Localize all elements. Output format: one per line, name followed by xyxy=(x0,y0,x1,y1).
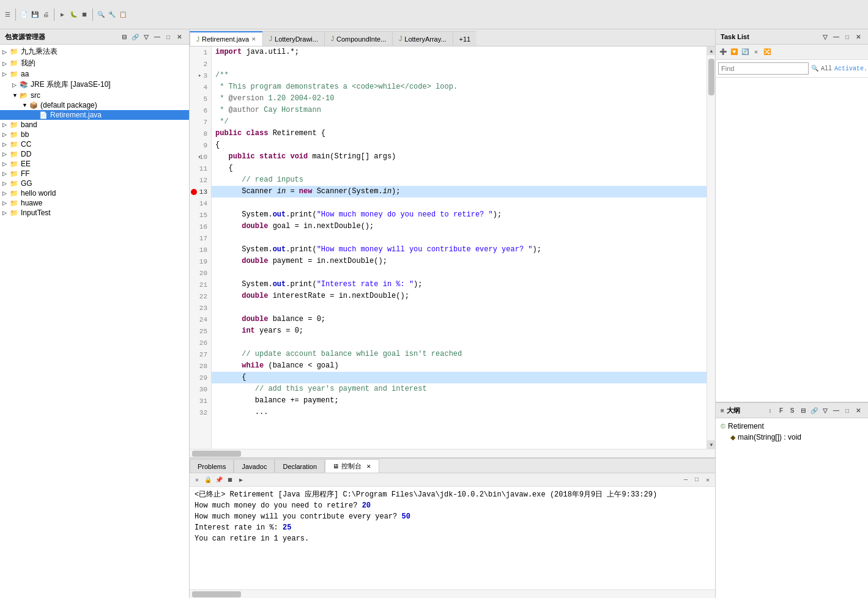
tree-item-aa[interactable]: ▷📁aa xyxy=(0,69,189,79)
editor-horizontal-scrollbar[interactable] xyxy=(190,449,715,457)
scroll-up-arrow[interactable]: ▲ xyxy=(707,46,715,55)
tree-arrow-jiujiu[interactable]: ▷ xyxy=(2,49,10,55)
tree-arrow-InputTest[interactable]: ▷ xyxy=(2,210,10,216)
collapse-all-icon[interactable]: ⊟ xyxy=(119,32,129,42)
outline-link-icon[interactable]: 🔗 xyxy=(809,405,819,415)
code-editor-area[interactable]: 12▸3456789▸10111213141516171819202122232… xyxy=(190,46,715,449)
tree-item-band[interactable]: ▷📁band xyxy=(0,120,189,130)
tree-item-wode[interactable]: ▷📁我的 xyxy=(0,57,189,69)
task-list-minimize-icon[interactable]: — xyxy=(831,32,841,42)
toolbar-menu-icon[interactable]: ☰ xyxy=(2,10,12,20)
view-menu-icon[interactable]: ▽ xyxy=(141,32,151,42)
tree-item-CC[interactable]: ▷📁CC xyxy=(0,139,189,149)
find-all-label[interactable]: All xyxy=(821,65,832,72)
code-content[interactable]: import java.util.*;/** * This program de… xyxy=(212,46,707,449)
editor-tab-4[interactable]: +11 xyxy=(453,31,477,46)
task-list-close-icon[interactable]: ✕ xyxy=(853,32,863,42)
tree-arrow-default-pkg[interactable]: ▼ xyxy=(22,102,29,108)
console-minimize-icon[interactable]: — xyxy=(681,475,691,485)
tree-item-FF[interactable]: ▷📁FF xyxy=(0,169,189,179)
toolbar-new-icon[interactable]: 📄 xyxy=(19,10,29,20)
console-horizontal-scrollbar[interactable] xyxy=(190,589,715,598)
task-delete-icon[interactable]: ✕ xyxy=(751,47,761,57)
bottom-tab-0[interactable]: Problems xyxy=(190,459,234,473)
tree-item-InputTest[interactable]: ▷📁InputTest xyxy=(0,208,189,218)
tree-arrow-CC[interactable]: ▷ xyxy=(2,141,10,147)
bottom-tab-close-3[interactable]: ✕ xyxy=(366,463,371,470)
console-close-icon[interactable]: ✕ xyxy=(703,475,713,485)
toolbar-search-icon[interactable]: 🔍 xyxy=(96,10,106,20)
console-pin-icon[interactable]: 📌 xyxy=(214,475,224,485)
toolbar-run-icon[interactable]: ▶ xyxy=(57,10,67,20)
minimize-icon[interactable]: — xyxy=(152,32,162,42)
tree-arrow-band[interactable]: ▷ xyxy=(2,122,10,128)
tree-item-jiujiu[interactable]: ▷📁九九乘法表 xyxy=(0,46,189,57)
tree-item-retirement-java[interactable]: 📄Retirement.java xyxy=(0,110,189,120)
tree-item-huawe[interactable]: ▷📁huawe xyxy=(0,198,189,208)
console-maximize-icon[interactable]: □ xyxy=(692,475,702,485)
task-filter-icon[interactable]: 🔽 xyxy=(729,47,739,57)
outline-hide-fields-icon[interactable]: F xyxy=(776,405,786,415)
console-hscroll-thumb[interactable] xyxy=(192,591,241,597)
tree-item-DD[interactable]: ▷📁DD xyxy=(0,149,189,159)
outline-item-1[interactable]: ◆main(String[]) : void xyxy=(718,432,866,443)
tree-item-hello-world[interactable]: ▷📁hello world xyxy=(0,188,189,198)
editor-hscroll-thumb[interactable] xyxy=(192,451,241,457)
editor-tab-0[interactable]: JRetirement.java✕ xyxy=(190,31,262,46)
outline-menu-icon[interactable]: ▽ xyxy=(820,405,830,415)
toolbar-print-icon[interactable]: 🖨 xyxy=(41,10,51,20)
toolbar-format-icon[interactable]: 📋 xyxy=(118,10,128,20)
task-sort-icon[interactable]: 🔀 xyxy=(762,47,772,57)
console-clear-icon[interactable]: ✕ xyxy=(192,475,202,485)
toolbar-stop-icon[interactable]: ⏹ xyxy=(80,10,89,20)
editor-tab-3[interactable]: JLotteryArray... xyxy=(392,31,452,46)
outline-close-icon[interactable]: ✕ xyxy=(853,405,863,415)
task-list-menu-icon[interactable]: ▽ xyxy=(820,32,830,42)
link-editor-icon[interactable]: 🔗 xyxy=(130,32,140,42)
bottom-tab-3[interactable]: 🖥控制台✕ xyxy=(325,459,379,473)
console-output[interactable]: <已终止> Retirement [Java 应用程序] C:\Program … xyxy=(190,487,715,589)
find-icon[interactable]: 🔍 xyxy=(811,64,818,73)
toolbar-refactor-icon[interactable]: 🔧 xyxy=(107,10,117,20)
outline-maximize-icon[interactable]: □ xyxy=(842,405,852,415)
task-add-icon[interactable]: ➕ xyxy=(718,47,728,57)
scroll-thumb[interactable] xyxy=(708,59,714,95)
outline-hide-static-icon[interactable]: S xyxy=(787,405,797,415)
find-input[interactable] xyxy=(718,62,809,75)
outline-collapse-icon[interactable]: ⊟ xyxy=(798,405,808,415)
task-refresh-icon[interactable]: 🔄 xyxy=(740,47,750,57)
console-scroll-lock-icon[interactable]: 🔒 xyxy=(203,475,213,485)
tree-arrow-aa[interactable]: ▷ xyxy=(2,71,10,77)
tree-arrow-GG[interactable]: ▷ xyxy=(2,180,10,186)
editor-tab-2[interactable]: JCompoundInte... xyxy=(324,31,392,46)
tree-arrow-huawe[interactable]: ▷ xyxy=(2,200,10,206)
tree-item-default-pkg[interactable]: ▼📦(default package) xyxy=(0,100,189,110)
activate-link[interactable]: Activate... xyxy=(834,65,868,72)
outline-minimize-icon[interactable]: — xyxy=(831,405,841,415)
editor-vertical-scrollbar[interactable]: ▲ ▼ xyxy=(707,46,715,449)
toolbar-save-icon[interactable]: 💾 xyxy=(30,10,40,20)
outline-sort-icon[interactable]: ↕ xyxy=(765,405,775,415)
console-relaunch-icon[interactable]: ▶ xyxy=(236,475,246,485)
tree-arrow-EE[interactable]: ▷ xyxy=(2,161,10,167)
tree-arrow-hello-world[interactable]: ▷ xyxy=(2,190,10,196)
bottom-tab-1[interactable]: Javadoc xyxy=(234,459,275,473)
tree-arrow-FF[interactable]: ▷ xyxy=(2,171,10,177)
tree-item-GG[interactable]: ▷📁GG xyxy=(0,179,189,188)
scroll-down-arrow[interactable]: ▼ xyxy=(707,440,715,449)
tree-arrow-src[interactable]: ▼ xyxy=(12,92,20,98)
outline-item-0[interactable]: ©Retirement xyxy=(718,421,866,432)
maximize-icon[interactable]: □ xyxy=(163,32,173,42)
editor-tab-1[interactable]: JLotteryDrawi... xyxy=(262,31,324,46)
tree-arrow-DD[interactable]: ▷ xyxy=(2,151,10,157)
tree-item-bb[interactable]: ▷📁bb xyxy=(0,130,189,139)
bottom-tab-2[interactable]: Declaration xyxy=(275,459,325,473)
tree-item-EE[interactable]: ▷📁EE xyxy=(0,159,189,169)
toolbar-debug-icon[interactable]: 🐛 xyxy=(69,10,78,20)
tree-arrow-wode[interactable]: ▷ xyxy=(2,61,10,67)
task-list-maximize-icon[interactable]: □ xyxy=(842,32,852,42)
tree-arrow-bb[interactable]: ▷ xyxy=(2,131,10,138)
tab-close-btn-0[interactable]: ✕ xyxy=(251,36,256,42)
close-panel-icon[interactable]: ✕ xyxy=(174,32,184,42)
tree-item-src[interactable]: ▼📂src xyxy=(0,90,189,100)
